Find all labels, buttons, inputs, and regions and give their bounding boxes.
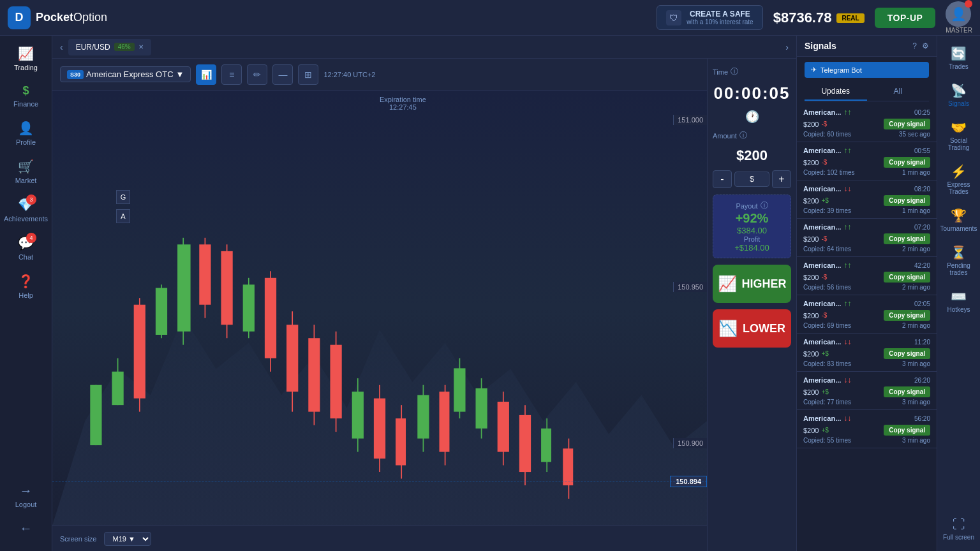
- signal-ago-0: 35 sec ago: [899, 131, 930, 138]
- signal-row1-3: American... ↑↑ 07:20: [803, 223, 930, 231]
- profile-icon: 👤: [18, 121, 34, 136]
- signal-item-1: American... ↑↑ 00:55 $200 -$ Copy signal…: [797, 142, 937, 180]
- screen-size-select[interactable]: M19 ▼: [104, 532, 151, 546]
- sidebar-label-profile: Profile: [16, 138, 36, 146]
- signal-row2-4: $200 -$ Copy signal: [803, 272, 930, 283]
- signal-name-8: American...: [803, 415, 841, 422]
- signal-change-6: +$: [821, 350, 828, 357]
- copy-signal-button-7[interactable]: Copy signal: [884, 386, 930, 397]
- balance-amount: $8736.78: [773, 10, 832, 26]
- instrument-select[interactable]: S30 American Express OTC ▼: [60, 66, 191, 82]
- copy-signal-button-8[interactable]: Copy signal: [884, 425, 930, 436]
- amount-minus-button[interactable]: -: [713, 170, 732, 188]
- copy-signal-button-0[interactable]: Copy signal: [884, 119, 930, 129]
- signal-name-1: American...: [803, 147, 841, 154]
- far-sidebar-fullscreen[interactable]: ⛶ Full screen: [939, 512, 979, 546]
- logo-icon: D: [8, 6, 31, 29]
- higher-button[interactable]: 📈 HIGHER: [713, 265, 791, 303]
- indicators-button[interactable]: ≡: [221, 64, 242, 85]
- signal-row2-0: $200 -$ Copy signal: [803, 119, 930, 129]
- signal-ago-5: 2 min ago: [902, 322, 930, 329]
- far-sidebar-express-trades[interactable]: ⚡ Express Trades: [939, 159, 979, 200]
- layout-button[interactable]: ⊞: [298, 64, 318, 85]
- signal-copied-7: Copied: 77 times: [803, 399, 851, 406]
- achievements-badge: 3: [26, 195, 36, 205]
- price-label-2: 150.950: [673, 282, 707, 292]
- express-trades-label: Express Trades: [942, 181, 976, 195]
- signal-row2-7: $200 +$ Copy signal: [803, 386, 930, 397]
- signal-item-0: American... ↑↑ 00:25 $200 -$ Copy signal…: [797, 104, 937, 142]
- far-sidebar-pending-trades[interactable]: ⏳ Pending trades: [939, 240, 979, 281]
- help-icon: ❓: [18, 274, 34, 289]
- avatar[interactable]: 👤: [946, 1, 971, 27]
- tab-eurusd[interactable]: EUR/USD 46% ✕: [68, 39, 151, 55]
- safe-button[interactable]: 🛡 CREATE A SAFE with a 10% interest rate: [657, 5, 763, 30]
- copy-signal-button-3[interactable]: Copy signal: [884, 233, 930, 244]
- sidebar-item-finance[interactable]: $ Finance: [3, 79, 49, 113]
- topup-button[interactable]: TOP-UP: [875, 8, 936, 28]
- sidebar-item-market[interactable]: 🛒 Market: [3, 154, 49, 189]
- signal-name-3: American...: [803, 223, 841, 231]
- telegram-button[interactable]: ✈ Telegram Bot: [805, 62, 929, 78]
- sidebar-item-arrow[interactable]: ←: [3, 516, 49, 541]
- copy-signal-button-4[interactable]: Copy signal: [884, 272, 930, 283]
- signal-amount-3: $200: [803, 235, 819, 243]
- copy-signal-button-5[interactable]: Copy signal: [884, 310, 930, 321]
- sidebar-item-logout[interactable]: → Logout: [3, 478, 49, 513]
- far-sidebar-signals[interactable]: 📡 Signals: [939, 78, 979, 112]
- chat-badge: 4: [26, 233, 36, 243]
- header: D PocketOption 🛡 CREATE A SAFE with a 10…: [0, 0, 980, 36]
- signal-direction-4: ↑↑: [843, 261, 851, 270]
- signal-time-2: 08:20: [914, 186, 930, 193]
- tab-prev-button[interactable]: ‹: [57, 40, 66, 55]
- signal-direction-1: ↑↑: [843, 146, 851, 155]
- signal-amount-0: $200: [803, 121, 819, 128]
- signal-direction-8: ↓↓: [843, 414, 851, 423]
- lower-button[interactable]: 📉 LOWER: [713, 309, 791, 348]
- signal-copied-1: Copied: 102 times: [803, 169, 855, 176]
- sidebar-label-help: Help: [19, 291, 33, 299]
- draw-button[interactable]: ✏: [247, 64, 267, 85]
- line-button[interactable]: —: [272, 64, 293, 85]
- far-sidebar-trades[interactable]: 🔄 Trades: [939, 41, 979, 75]
- chart-type-button[interactable]: 📊: [196, 64, 216, 85]
- tab-all[interactable]: All: [867, 83, 930, 101]
- tab-next-button[interactable]: ›: [783, 40, 791, 55]
- sidebar-item-profile[interactable]: 👤 Profile: [3, 115, 49, 151]
- tab-close-button[interactable]: ✕: [138, 43, 144, 50]
- far-sidebar-social-trading[interactable]: 🤝 Social Trading: [939, 115, 979, 156]
- amount-plus-button[interactable]: +: [772, 170, 791, 188]
- sidebar-item-trading[interactable]: 📈 Trading: [3, 41, 49, 77]
- logout-icon: →: [20, 483, 33, 498]
- payout-section: Payout ⓘ +92% $384.00 Profit +$184.00: [713, 195, 791, 258]
- fullscreen-icon: ⛶: [953, 517, 965, 532]
- settings-icon[interactable]: ⚙: [922, 41, 929, 50]
- copy-signal-button-2[interactable]: Copy signal: [884, 195, 930, 206]
- currency-symbol[interactable]: $: [734, 172, 769, 187]
- social-trading-label: Social Trading: [942, 137, 976, 151]
- signal-copied-8: Copied: 55 times: [803, 437, 851, 444]
- signal-change-5: -$: [821, 312, 827, 319]
- far-sidebar-tournaments[interactable]: 🏆 Tournaments: [939, 203, 979, 237]
- avatar-label: MASTER: [946, 27, 972, 34]
- finance-icon: $: [22, 84, 29, 98]
- copy-signal-button-1[interactable]: Copy signal: [884, 157, 930, 168]
- signal-row1-7: American... ↓↓ 26:20: [803, 376, 930, 385]
- signal-change-2: +$: [821, 197, 828, 204]
- left-sidebar: 📈 Trading $ Finance 👤 Profile 🛒 Market 💎…: [0, 36, 52, 551]
- signal-amount-5: $200: [803, 312, 819, 320]
- signal-copied-5: Copied: 69 times: [803, 322, 851, 329]
- signal-row1-8: American... ↓↓ 56:20: [803, 414, 930, 423]
- tab-updates[interactable]: Updates: [805, 83, 867, 101]
- avatar-section: 👤 MASTER: [946, 1, 972, 34]
- signal-row1-4: American... ↑↑ 42:20: [803, 261, 930, 270]
- far-sidebar-hotkeys[interactable]: ⌨️ Hotkeys: [939, 284, 979, 318]
- copy-signal-button-6[interactable]: Copy signal: [884, 348, 930, 359]
- sidebar-item-help[interactable]: ❓ Help: [3, 268, 49, 304]
- signal-row3-3: Copied: 64 times 2 min ago: [803, 246, 930, 253]
- question-icon[interactable]: ?: [912, 41, 917, 50]
- sidebar-item-chat[interactable]: 💬 4 Chat: [3, 230, 49, 266]
- sidebar-item-achievements[interactable]: 💎 3 Achievements: [3, 192, 49, 228]
- signal-ago-4: 2 min ago: [902, 284, 930, 291]
- clock-icon: 🕐: [713, 110, 791, 124]
